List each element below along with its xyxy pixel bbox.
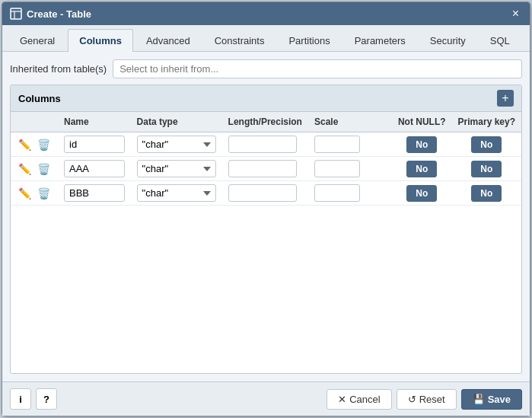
- delete-row-2-button[interactable]: 🗑️: [36, 186, 52, 201]
- row-2-datatype-select[interactable]: "char" integer text boolean timestamp: [137, 184, 216, 202]
- tab-advanced[interactable]: Advanced: [135, 29, 202, 52]
- row-2-scale-cell: [308, 181, 392, 206]
- reset-label: Reset: [419, 394, 445, 405]
- row-1-pk-cell: No: [452, 157, 521, 181]
- table-icon: [10, 8, 22, 20]
- row-0-datatype-cell: "char" integer text boolean timestamp: [131, 132, 222, 157]
- footer-right: ✕ Cancel ↺ Reset 💾 Save: [327, 389, 522, 410]
- footer: i ? ✕ Cancel ↺ Reset 💾 Save: [2, 381, 530, 416]
- row-2-notnull-toggle[interactable]: No: [406, 185, 437, 202]
- row-1-length-input[interactable]: [228, 160, 297, 177]
- tab-columns[interactable]: Columns: [68, 29, 133, 52]
- cancel-label: Cancel: [349, 394, 380, 405]
- cancel-button[interactable]: ✕ Cancel: [327, 389, 391, 410]
- row-1-datatype-select[interactable]: "char" integer text boolean timestamp: [137, 160, 216, 177]
- main-content: Inherited from table(s) Columns + Name D…: [2, 52, 530, 381]
- info-button[interactable]: i: [10, 388, 31, 410]
- inherit-label: Inherited from table(s): [10, 63, 107, 75]
- row-0-length-input[interactable]: [228, 136, 297, 153]
- dialog-title: Create - Table: [27, 8, 91, 20]
- row-2-length-input[interactable]: [228, 184, 297, 202]
- tab-bar: General Columns Advanced Constraints Par…: [2, 25, 530, 52]
- row-1-name-input[interactable]: [64, 160, 125, 177]
- row-1-notnull-toggle[interactable]: No: [406, 161, 437, 177]
- row-2-pk-toggle[interactable]: No: [471, 185, 502, 202]
- inherit-input[interactable]: [113, 59, 522, 78]
- col-header-actions: [11, 112, 58, 132]
- cancel-icon: ✕: [338, 394, 346, 405]
- footer-left: i ?: [10, 388, 57, 410]
- title-bar-left: Create - Table: [10, 8, 91, 20]
- row-2-pk-cell: No: [452, 181, 521, 206]
- table-row: ✏️ 🗑️ "char" integer text boolean timest…: [11, 157, 521, 181]
- row-0-name-input[interactable]: [64, 136, 125, 153]
- save-icon: 💾: [473, 394, 485, 405]
- row-1-scale-input[interactable]: [314, 160, 360, 177]
- row-0-scale-input[interactable]: [314, 136, 360, 153]
- svg-rect-0: [11, 8, 21, 19]
- row-2-notnull-cell: No: [392, 181, 452, 206]
- row-actions-0: ✏️ 🗑️: [11, 132, 58, 157]
- reset-icon: ↺: [408, 394, 416, 405]
- tab-parameters[interactable]: Parameters: [343, 29, 417, 52]
- edit-row-2-button[interactable]: ✏️: [17, 186, 33, 201]
- row-1-name-cell: [58, 157, 131, 181]
- columns-header: Columns +: [11, 85, 521, 112]
- col-header-length: Length/Precision: [222, 112, 308, 132]
- columns-table: Name Data type Length/Precision Scale No…: [11, 112, 521, 206]
- row-1-pk-toggle[interactable]: No: [471, 161, 502, 177]
- tab-sql[interactable]: SQL: [479, 29, 521, 52]
- columns-table-container: Name Data type Length/Precision Scale No…: [11, 112, 521, 373]
- row-2-name-input[interactable]: [64, 184, 125, 202]
- row-2-length-cell: [222, 181, 308, 206]
- table-row: ✏️ 🗑️ "char" integer text boolean timest…: [11, 132, 521, 157]
- row-0-pk-cell: No: [452, 132, 521, 157]
- columns-section: Columns + Name Data type Length/Precisio…: [10, 85, 522, 374]
- row-2-datatype-cell: "char" integer text boolean timestamp: [131, 181, 222, 206]
- row-0-pk-toggle[interactable]: No: [471, 136, 502, 153]
- row-actions-2: ✏️ 🗑️: [11, 181, 58, 206]
- row-2-scale-input[interactable]: [314, 184, 360, 202]
- tab-general[interactable]: General: [8, 29, 66, 52]
- row-1-notnull-cell: No: [392, 157, 452, 181]
- col-header-datatype: Data type: [131, 112, 222, 132]
- col-header-pk: Primary key?: [452, 112, 521, 132]
- create-table-dialog: Create - Table × General Columns Advance…: [2, 2, 530, 416]
- col-header-name: Name: [58, 112, 131, 132]
- row-1-scale-cell: [308, 157, 392, 181]
- row-0-length-cell: [222, 132, 308, 157]
- edit-row-0-button[interactable]: ✏️: [17, 137, 33, 152]
- table-row: ✏️ 🗑️ "char" integer text boolean timest…: [11, 181, 521, 206]
- row-actions-1: ✏️ 🗑️: [11, 157, 58, 181]
- row-2-name-cell: [58, 181, 131, 206]
- row-1-datatype-cell: "char" integer text boolean timestamp: [131, 157, 222, 181]
- row-0-notnull-cell: No: [392, 132, 452, 157]
- tab-security[interactable]: Security: [419, 29, 477, 52]
- table-header-row: Name Data type Length/Precision Scale No…: [11, 112, 521, 132]
- save-button[interactable]: 💾 Save: [461, 389, 522, 410]
- row-1-length-cell: [222, 157, 308, 181]
- close-button[interactable]: ×: [509, 8, 522, 20]
- tab-constraints[interactable]: Constraints: [203, 29, 276, 52]
- row-0-name-cell: [58, 132, 131, 157]
- row-0-scale-cell: [308, 132, 392, 157]
- delete-row-0-button[interactable]: 🗑️: [36, 137, 52, 152]
- row-0-datatype-select[interactable]: "char" integer text boolean timestamp: [137, 136, 216, 153]
- col-header-notnull: Not NULL?: [392, 112, 452, 132]
- reset-button[interactable]: ↺ Reset: [397, 389, 457, 410]
- title-bar: Create - Table ×: [2, 2, 530, 25]
- inherit-row: Inherited from table(s): [10, 59, 522, 78]
- delete-row-1-button[interactable]: 🗑️: [36, 161, 52, 177]
- help-button[interactable]: ?: [36, 388, 57, 410]
- row-0-notnull-toggle[interactable]: No: [406, 136, 437, 153]
- save-label: Save: [488, 394, 511, 405]
- col-header-scale: Scale: [308, 112, 392, 132]
- tab-partitions[interactable]: Partitions: [277, 29, 341, 52]
- add-column-button[interactable]: +: [497, 90, 514, 107]
- edit-row-1-button[interactable]: ✏️: [17, 161, 33, 177]
- columns-section-title: Columns: [18, 93, 61, 104]
